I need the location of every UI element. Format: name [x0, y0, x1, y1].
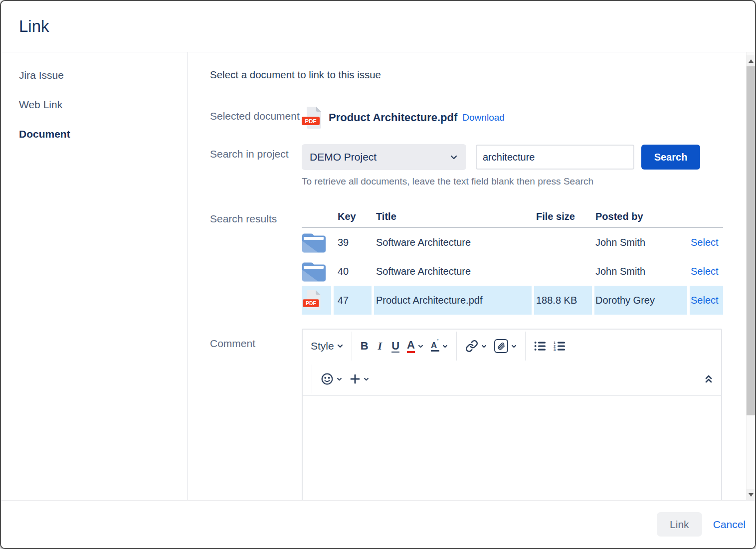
select-row-link[interactable]: Select [691, 266, 719, 277]
sidebar-item-document[interactable]: Document [19, 128, 188, 140]
sidebar: Jira Issue Web Link Document [1, 52, 188, 500]
paperclip-icon [494, 339, 508, 353]
svg-text:PDF: PDF [306, 301, 316, 306]
comment-editor-body[interactable] [303, 396, 721, 500]
svg-text:PDF: PDF [305, 118, 317, 124]
table-row: 39 Software Architecture John Smith Sele… [302, 228, 723, 257]
folder-icon [302, 261, 326, 282]
selected-document-filename: Product Architecture.pdf [329, 111, 457, 124]
pdf-file-icon: PDF [302, 106, 324, 129]
table-row-selected: PDF 47 Product Architecture.pdf 188.8 KB… [302, 286, 723, 315]
select-row-link[interactable]: Select [691, 237, 719, 248]
advanced-format-button[interactable]: A▫ [431, 341, 448, 352]
chevron-down-icon [481, 345, 487, 348]
chevron-down-icon [337, 344, 343, 348]
search-query-input[interactable] [476, 145, 634, 170]
dialog-footer: Link Cancel [1, 500, 755, 548]
cell-posted-by: John Smith [594, 257, 687, 286]
chevron-down-icon [418, 345, 423, 348]
cell-title: Software Architecture [374, 228, 532, 257]
cell-key: 47 [334, 286, 372, 315]
link-icon [465, 340, 478, 353]
bullet-list-button[interactable] [534, 341, 546, 351]
chevron-down-icon [337, 377, 342, 381]
results-table: Key Title File size Posted by [302, 209, 723, 315]
dialog-header: Link [1, 1, 755, 52]
cell-file-size: 188.8 KB [534, 286, 592, 315]
editor-toolbar-row-1: Style B I U A A▫ [303, 330, 721, 363]
emoji-button[interactable] [321, 372, 342, 385]
plus-icon [350, 373, 361, 384]
dialog-title: Link [19, 17, 49, 36]
scroll-up-button[interactable] [747, 55, 755, 66]
panel-heading: Select a document to link to this issue [210, 69, 725, 93]
cancel-link[interactable]: Cancel [713, 519, 746, 531]
arrow-up-icon [749, 59, 754, 63]
scroll-down-button[interactable] [747, 489, 755, 500]
column-header-title: Title [374, 211, 532, 222]
cell-title: Product Architecture.pdf [374, 286, 532, 315]
underline-button[interactable]: U [391, 341, 399, 352]
select-row-link[interactable]: Select [691, 295, 719, 306]
bold-button[interactable]: B [361, 341, 369, 352]
project-select[interactable]: DEMO Project [302, 144, 466, 170]
sidebar-item-jira-issue[interactable]: Jira Issue [19, 69, 188, 81]
search-helper-text: To retrieve all documents, leave the tex… [302, 176, 725, 187]
comment-label: Comment [210, 329, 302, 353]
toolbar-separator [352, 332, 352, 361]
cell-key: 39 [334, 228, 372, 257]
toolbar-separator [456, 332, 457, 361]
cell-file-size [534, 228, 592, 257]
search-button[interactable]: Search [641, 145, 700, 170]
numbered-list-icon: 1 2 3 [554, 341, 566, 351]
toolbar-separator [312, 365, 312, 393]
results-table-header: Key Title File size Posted by [302, 209, 723, 224]
chevron-down-icon [442, 345, 448, 348]
search-results-label: Search results [210, 209, 302, 228]
link-button[interactable] [465, 340, 487, 353]
chevron-down-icon [364, 377, 369, 381]
selected-document-label: Selected document [210, 106, 302, 126]
link-dialog: Link Jira Issue Web Link Document Select… [0, 0, 756, 549]
sidebar-item-web-link[interactable]: Web Link [19, 99, 188, 111]
main-panel: Select a document to link to this issue … [188, 52, 755, 500]
emoji-icon [321, 372, 334, 385]
insert-more-button[interactable] [350, 373, 369, 384]
chevron-down-icon [450, 155, 457, 160]
table-row: 40 Software Architecture John Smith Sele… [302, 257, 723, 286]
attachment-button[interactable] [494, 339, 517, 353]
comment-editor: Style B I U A A▫ [302, 329, 722, 500]
column-header-posted-by: Posted by [594, 211, 687, 222]
bullet-list-icon [534, 341, 546, 351]
numbered-list-button[interactable]: 1 2 3 [554, 341, 566, 351]
collapse-toolbar-button[interactable] [704, 374, 713, 384]
download-link[interactable]: Download [462, 112, 505, 123]
cell-posted-by: Dorothy Grey [594, 286, 687, 315]
column-header-key: Key [334, 211, 372, 222]
svg-text:3: 3 [554, 348, 556, 351]
cell-file-size [534, 257, 592, 286]
style-dropdown[interactable]: Style [311, 340, 343, 352]
vertical-scrollbar[interactable] [746, 52, 755, 500]
arrow-down-icon [749, 493, 754, 497]
cell-key: 40 [334, 257, 372, 286]
toolbar-separator [525, 332, 526, 361]
folder-icon [302, 232, 326, 253]
project-select-value: DEMO Project [310, 151, 377, 163]
text-color-button[interactable]: A [407, 340, 423, 353]
cell-posted-by: John Smith [594, 228, 687, 257]
link-submit-button[interactable]: Link [657, 512, 702, 537]
cell-title: Software Architecture [374, 257, 532, 286]
scrollbar-thumb[interactable] [747, 66, 755, 415]
column-header-file-size: File size [534, 211, 592, 222]
double-chevron-up-icon [704, 374, 713, 384]
chevron-down-icon [511, 345, 517, 348]
pdf-file-icon: PDF [303, 289, 323, 311]
editor-toolbar-row-2 [303, 363, 721, 395]
search-in-project-label: Search in project [210, 144, 302, 164]
italic-button[interactable]: I [376, 341, 384, 352]
